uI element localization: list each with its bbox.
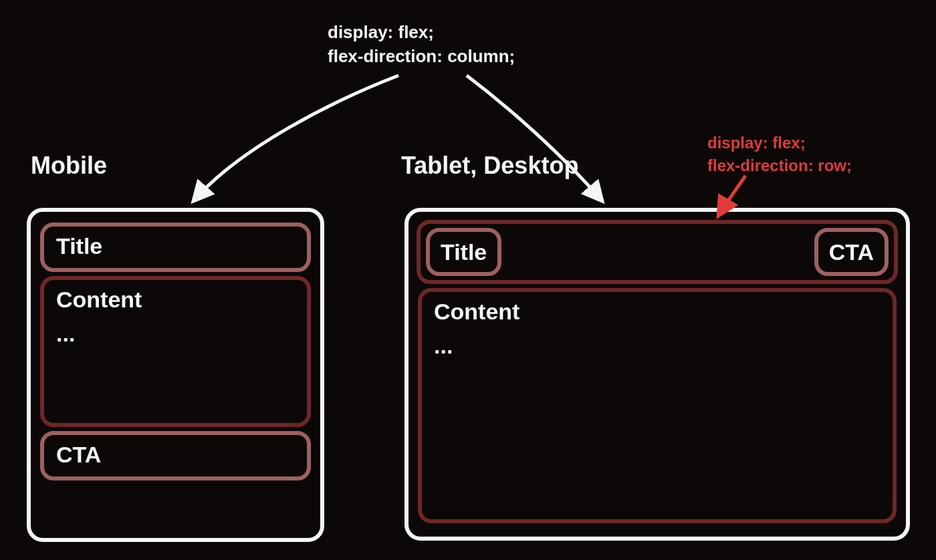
content-ellipsis: ... — [434, 333, 881, 359]
content-label: Content — [434, 299, 881, 325]
desktop-content-box: Content ... — [418, 288, 897, 523]
mobile-cta-box: CTA — [40, 431, 311, 480]
annotation-flex-row: display: flex; flex-direction: row; — [707, 132, 852, 176]
desktop-layout-panel: Title CTA Content ... — [404, 208, 910, 541]
mobile-title-box: Title — [40, 223, 311, 272]
cta-label: CTA — [829, 239, 874, 265]
arrow-to-desktop-icon — [467, 76, 602, 200]
annotation-flex-column: display: flex; flex-direction: column; — [328, 20, 515, 69]
heading-desktop: Tablet, Desktop — [401, 152, 578, 180]
title-label: Title — [56, 233, 295, 259]
mobile-content-box: Content ... — [40, 276, 311, 427]
desktop-header-row: Title CTA — [417, 220, 898, 284]
arrow-to-mobile-icon — [194, 76, 398, 200]
cta-label: CTA — [56, 442, 295, 468]
desktop-cta-box: CTA — [814, 228, 889, 276]
mobile-layout-panel: Title Content ... CTA — [27, 208, 324, 542]
title-label: Title — [441, 239, 487, 265]
desktop-title-box: Title — [426, 228, 501, 276]
content-label: Content — [56, 287, 295, 313]
content-ellipsis: ... — [56, 321, 295, 347]
heading-mobile: Mobile — [31, 152, 107, 180]
